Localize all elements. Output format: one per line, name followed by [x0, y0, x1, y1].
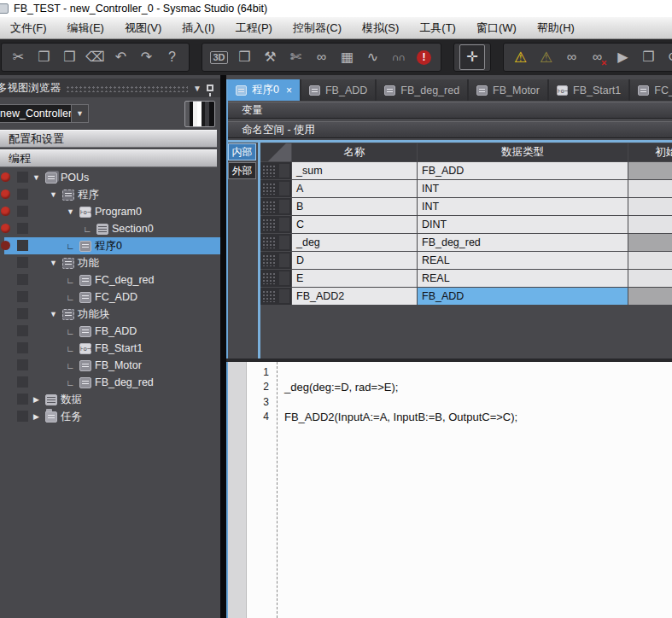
expand-arrow-icon[interactable]: ▼ — [65, 207, 76, 216]
tree-item-数据[interactable]: ▶数据 — [0, 391, 220, 408]
expand-arrow-icon[interactable]: ▼ — [48, 310, 59, 318]
cell-datatype[interactable]: FB_ADD — [418, 162, 628, 179]
row-handle[interactable] — [260, 180, 291, 197]
simulation-icon[interactable]: ✛ — [459, 44, 485, 70]
cell-name[interactable]: A — [292, 180, 417, 197]
cell-initial-value[interactable] — [628, 216, 672, 233]
row-handle[interactable] — [260, 198, 291, 215]
code-text[interactable]: FB_ADD2(InputA:=A, InputB:=B, OutputC=>C… — [274, 411, 517, 423]
controller-selector[interactable]: new_Controller_0 — [0, 104, 72, 123]
cell-datatype[interactable]: DINT — [418, 216, 628, 233]
help-page-icon[interactable]: ? — [161, 45, 184, 69]
cell-datatype[interactable]: INT — [418, 180, 628, 197]
tree-item-功能块[interactable]: ▼功能块 — [0, 306, 220, 323]
column-header-datatype[interactable]: 数据类型 — [418, 143, 628, 161]
delete-icon[interactable]: ⌫ — [84, 45, 107, 69]
cell-initial-value[interactable] — [628, 198, 672, 215]
download-icon[interactable]: ▶ — [611, 45, 634, 69]
menu-item[interactable]: 工具(T) — [409, 17, 466, 38]
tree-item-FC_ADD[interactable]: ∟FC_ADD — [0, 289, 220, 306]
undo-icon[interactable]: ↶ — [109, 45, 132, 69]
menu-item[interactable]: 编辑(E) — [57, 17, 114, 38]
expand-arrow-icon[interactable]: ▼ — [48, 259, 59, 267]
collapse-arrow-icon[interactable]: ▶ — [31, 412, 42, 421]
rebuild-icon[interactable]: ✄ — [284, 45, 307, 69]
row-handle[interactable] — [260, 234, 291, 251]
watch-table-icon[interactable]: ▦ — [336, 45, 359, 69]
go-offline-icon[interactable]: ⚠ — [535, 45, 558, 69]
monitor-glasses-icon[interactable]: ∞ — [560, 45, 583, 69]
tab-FB_ADD[interactable]: FB_ADD — [301, 79, 375, 101]
expand-arrow-icon[interactable]: ▼ — [31, 173, 42, 182]
tree-item-FB_ADD[interactable]: ∟FB_ADD — [0, 323, 220, 340]
scope-tab-内部[interactable]: 内部 — [228, 143, 256, 160]
cell-initial-value[interactable] — [628, 162, 672, 179]
3d-view-icon[interactable]: 3D — [207, 45, 231, 69]
cut-icon[interactable]: ✂ — [7, 45, 30, 69]
row-handle[interactable] — [260, 288, 291, 305]
synchronize-icon[interactable]: ❐ — [637, 45, 660, 69]
menu-item[interactable]: 插入(I) — [172, 17, 225, 38]
menu-item[interactable]: 工程(P) — [225, 17, 283, 38]
row-handle[interactable] — [260, 216, 291, 233]
variables-bar[interactable]: 变量 — [228, 102, 672, 119]
tree-item-FB_Motor[interactable]: ∟FB_Motor — [0, 357, 220, 374]
menu-item[interactable]: 控制器(C) — [283, 17, 352, 38]
cell-name[interactable]: E — [292, 270, 417, 287]
cell-name[interactable]: FB_ADD2 — [292, 288, 417, 305]
cell-initial-value[interactable] — [628, 234, 672, 251]
stop-monitor-icon[interactable]: ∞✕ — [586, 45, 609, 69]
expand-arrow-icon[interactable]: ▼ — [48, 190, 59, 199]
column-header-name[interactable]: 名称 — [292, 143, 417, 161]
row-handle[interactable] — [260, 270, 291, 287]
tree-item-FC_deg_red[interactable]: ∟FC_deg_red — [0, 271, 220, 289]
refresh-icon[interactable]: ⟳ — [663, 45, 672, 69]
column-header-initial[interactable]: 初始值 — [628, 143, 672, 161]
row-handle[interactable] — [260, 252, 291, 269]
st-code-editor[interactable]: 12_deg(deg:=D, rad=>E);34FB_ADD2(InputA:… — [228, 362, 672, 618]
menu-item[interactable]: 窗口(W) — [466, 17, 527, 38]
tree-item-FB_deg_red[interactable]: ∟FB_deg_red — [0, 374, 220, 391]
tree-item-POUs[interactable]: ▼POUs — [0, 169, 220, 186]
menu-item[interactable]: 帮助(H) — [527, 17, 585, 38]
controller-dropdown-button[interactable]: ▼ — [72, 104, 89, 123]
cell-name[interactable]: C — [292, 216, 417, 233]
menu-item[interactable]: 模拟(S) — [352, 17, 409, 38]
cell-datatype[interactable]: REAL — [418, 270, 628, 287]
tab-程序0[interactable]: 程序0× — [228, 79, 300, 101]
copy-icon[interactable]: ❐ — [32, 45, 56, 69]
search-binoculars-icon[interactable]: ∩∩ — [387, 45, 410, 69]
tab-FB_deg_red[interactable]: FB_deg_red — [377, 79, 467, 101]
tree-item-任务[interactable]: ▶任务 — [0, 408, 220, 425]
cell-datatype[interactable]: REAL — [418, 252, 628, 269]
tree-item-功能[interactable]: ▼功能 — [0, 254, 220, 271]
tree-item-Program0[interactable]: ▼Program0 — [0, 203, 220, 220]
cell-name[interactable]: _deg — [292, 234, 417, 251]
close-icon[interactable]: × — [286, 85, 292, 96]
tab-FB_Start1[interactable]: FB_Start1 — [549, 79, 628, 101]
cell-datatype[interactable]: FB_deg_red — [418, 234, 628, 251]
paste-icon[interactable]: ❒ — [58, 45, 81, 69]
cell-initial-value[interactable] — [628, 180, 672, 197]
menu-item[interactable]: 文件(F) — [0, 17, 57, 38]
menu-item[interactable]: 视图(V) — [114, 17, 172, 38]
sidebar-section-programming[interactable]: 编程 — [0, 149, 217, 167]
cell-name[interactable]: D — [292, 252, 417, 269]
pin-icon[interactable] — [207, 85, 213, 91]
tab-FC_ADD[interactable]: FC_ADD — [630, 79, 672, 101]
collapse-arrow-icon[interactable]: ▶ — [31, 395, 42, 404]
scope-tab-外部[interactable]: 外部 — [228, 162, 256, 179]
go-online-icon[interactable]: ⚠ — [509, 45, 532, 69]
cell-name[interactable]: B — [292, 198, 417, 215]
tab-FB_Motor[interactable]: FB_Motor — [469, 79, 547, 101]
data-trace-icon[interactable]: ∿ — [361, 45, 384, 69]
tree-item-程序0[interactable]: ∟程序0 — [0, 237, 220, 254]
select-all-corner[interactable] — [260, 143, 291, 161]
cell-initial-value[interactable] — [628, 288, 672, 305]
window-layout-icon[interactable]: ❒ — [233, 45, 256, 69]
namespace-bar[interactable]: 命名空间 - 使用 — [228, 121, 672, 138]
tree-item-程序[interactable]: ▼程序 — [0, 186, 220, 203]
watch-window-icon[interactable]: ∞ — [310, 45, 333, 69]
redo-icon[interactable]: ↷ — [135, 45, 158, 69]
abort-icon[interactable]: ! — [412, 45, 435, 69]
